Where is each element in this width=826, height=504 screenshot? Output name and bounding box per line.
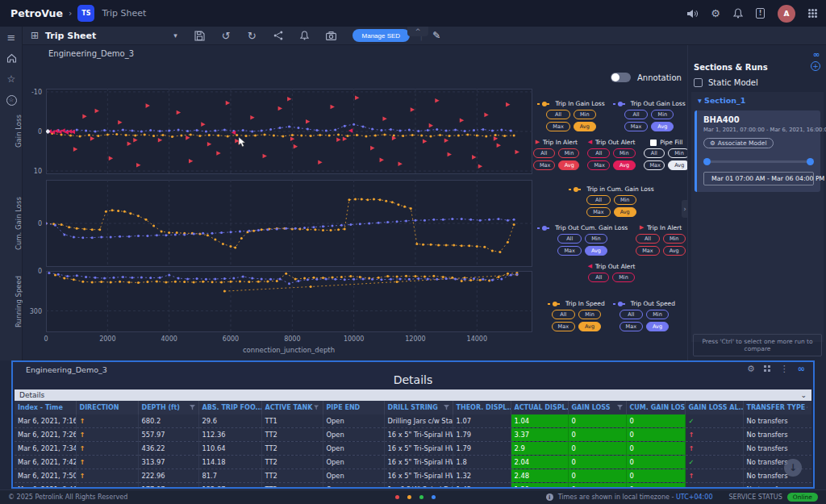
- column-header-active-tank[interactable]: ACTIVE TANK: [261, 401, 323, 414]
- subheader-collapse-icon[interactable]: ⌄: [800, 391, 807, 399]
- table-row[interactable]: Mar 6, 2021, 8:46:35 AM↑177.97132.87TT2O…: [15, 483, 811, 488]
- legend-pill-trip-in-gain-loss-all[interactable]: All: [546, 110, 569, 119]
- run-card[interactable]: BHA400 Mar 1, 2021, 07:00:00 - Mar 6, 20…: [695, 110, 820, 192]
- details-subheader[interactable]: Details ⌄: [15, 389, 811, 401]
- column-header-transfer-type[interactable]: TRANSFER TYPE: [743, 401, 811, 414]
- legend-pill-trip-out-alert-all[interactable]: All: [587, 148, 610, 158]
- legend-pill-trip-in-cum-gain-loss-all[interactable]: All: [586, 195, 610, 205]
- table-row[interactable]: Mar 6, 2021, 7:16:16 AM↑680.229.6TT1Open…: [15, 414, 811, 428]
- settings-gear-icon[interactable]: ⚙: [747, 364, 755, 373]
- column-header-pipe-end[interactable]: PIPE END: [323, 401, 384, 414]
- chevron-down-icon[interactable]: ▾: [173, 31, 177, 40]
- date-range-input[interactable]: Mar 01 07:00 AM - Mar 06 04:00 PM: [703, 172, 814, 185]
- release-notes-icon[interactable]: !: [756, 8, 765, 19]
- legend-pill-trip-in-alert-max[interactable]: Max: [636, 246, 659, 256]
- legend-pill-trip-in-alert-all[interactable]: All: [636, 234, 659, 244]
- table-row[interactable]: Mar 6, 2021, 7:50:44 AM↑222.9681.7TT2Ope…: [15, 469, 811, 483]
- legend-pill-trip-in-gain-loss-avg[interactable]: Avg: [574, 122, 596, 131]
- slider-knob-end[interactable]: [807, 158, 814, 165]
- section-header[interactable]: ▾ Section_1: [691, 92, 824, 109]
- legend-pill-trip-in-speed-all[interactable]: All: [552, 310, 575, 319]
- link-icon[interactable]: ∞: [798, 364, 805, 373]
- app-badge[interactable]: TS: [77, 5, 94, 22]
- column-header-abs-trip-foo[interactable]: ABS. TRIP FOO...: [198, 401, 261, 414]
- collapse-toolbar-button[interactable]: ^: [407, 27, 428, 36]
- legend-pill-trip-out-cum-gain-loss-avg[interactable]: Avg: [585, 246, 607, 256]
- column-header-actual-displ[interactable]: ACTUAL DISPL...: [511, 401, 568, 414]
- legend-pill-trip-out-cum-gain-loss-max[interactable]: Max: [557, 246, 581, 256]
- legend-pill-pipe-fill-max[interactable]: Max: [644, 160, 665, 170]
- legend-pill-trip-out-speed-min[interactable]: Min: [646, 310, 669, 319]
- column-header-depth-ft[interactable]: DEPTH (ft): [138, 401, 198, 414]
- column-header-gain-loss-al[interactable]: GAIN LOSS AL...: [685, 401, 743, 414]
- gear-icon[interactable]: ⚙: [711, 8, 720, 19]
- static-model-checkbox[interactable]: [694, 78, 703, 87]
- add-section-icon[interactable]: +: [811, 61, 820, 71]
- legend-pill-trip-out-gain-loss-max[interactable]: Max: [624, 122, 648, 131]
- legend-pill-trip-out-speed-max[interactable]: Max: [620, 322, 643, 331]
- time-range-slider[interactable]: [703, 158, 814, 165]
- legend-pill-trip-in-speed-max[interactable]: Max: [552, 322, 575, 331]
- legend-pill-pipe-fill-all[interactable]: All: [644, 148, 665, 158]
- hamburger-menu-icon[interactable]: ≡: [0, 29, 23, 45]
- associate-model-button[interactable]: ⚙ Associate Model: [703, 138, 774, 148]
- legend-pill-trip-in-cum-gain-loss-min[interactable]: Min: [614, 195, 636, 205]
- legend-pill-trip-in-alert-min[interactable]: Min: [558, 148, 580, 158]
- legend-pill-trip-in-alert-all[interactable]: All: [533, 148, 555, 158]
- legend-pill-trip-out-gain-loss-avg[interactable]: Avg: [651, 122, 674, 131]
- legend-pill-trip-in-gain-loss-min[interactable]: Min: [574, 110, 596, 119]
- save-icon[interactable]: [194, 31, 205, 41]
- column-header-drill-string[interactable]: DRILL STRING: [384, 401, 453, 414]
- legend-pill-trip-in-alert-avg[interactable]: Avg: [558, 160, 580, 170]
- legend-pill-trip-in-speed-avg[interactable]: Avg: [578, 322, 601, 331]
- legend-pill-trip-out-alert-all[interactable]: All: [588, 273, 609, 282]
- legend-pill-pipe-fill-min[interactable]: Min: [668, 148, 690, 158]
- column-header-theor-displ[interactable]: THEOR. DISPL...: [453, 401, 511, 414]
- column-header-index-time[interactable]: Index - Time: [15, 401, 76, 414]
- legend-pill-trip-in-alert-min[interactable]: Min: [663, 234, 686, 244]
- edit-pencil-icon[interactable]: ✎: [432, 30, 440, 41]
- legend-pill-trip-out-gain-loss-min[interactable]: Min: [651, 110, 674, 119]
- legend-pill-trip-out-speed-all[interactable]: All: [620, 310, 643, 319]
- table-row[interactable]: Mar 6, 2021, 7:42:55 AM↑313.97114.18TT2O…: [15, 456, 811, 469]
- link-icon[interactable]: ∞: [813, 50, 820, 59]
- slider-knob-start[interactable]: [703, 158, 711, 165]
- status-dot[interactable]: [432, 495, 436, 499]
- table-row[interactable]: Mar 6, 2021, 7:34:20 AM↑436.22110.64TT2O…: [15, 442, 811, 456]
- legend-pill-trip-in-speed-min[interactable]: Min: [578, 310, 601, 319]
- bell-icon[interactable]: [733, 8, 743, 19]
- legend-pill-trip-in-alert-avg[interactable]: Avg: [663, 246, 686, 256]
- status-dot[interactable]: [419, 495, 423, 499]
- legend-pill-trip-in-cum-gain-loss-avg[interactable]: Avg: [614, 207, 636, 217]
- legend-pill-trip-out-gain-loss-all[interactable]: All: [624, 110, 648, 119]
- legend-pill-trip-out-alert-min[interactable]: Min: [613, 148, 636, 158]
- expand-grid-icon[interactable]: [764, 365, 771, 373]
- speaker-icon[interactable]: [686, 9, 698, 19]
- status-dot[interactable]: [407, 495, 411, 499]
- legend-pill-trip-out-alert-min[interactable]: Min: [612, 273, 635, 282]
- column-header-direction[interactable]: DIRECTION: [76, 401, 138, 414]
- camera-icon[interactable]: [326, 31, 336, 40]
- table-row[interactable]: Mar 6, 2021, 7:26:26 AM↑557.97112.36TT2O…: [15, 428, 811, 442]
- legend-pill-trip-out-alert-avg[interactable]: Avg: [613, 160, 636, 170]
- legend-pill-trip-in-alert-max[interactable]: Max: [533, 160, 555, 170]
- apps-grid-icon[interactable]: [808, 9, 811, 11]
- legend-pill-trip-in-cum-gain-loss-max[interactable]: Max: [586, 207, 610, 217]
- column-header-cum-gain-loss[interactable]: CUM. GAIN LOSS: [626, 401, 685, 414]
- brand-logo[interactable]: PetroVue: [10, 7, 63, 19]
- avatar[interactable]: A: [778, 5, 795, 23]
- star-icon[interactable]: ☆: [0, 71, 23, 87]
- scroll-down-button[interactable]: ↓: [784, 459, 802, 477]
- column-header-gain-loss[interactable]: GAIN LOSS: [568, 401, 626, 414]
- redo-icon[interactable]: ↻: [248, 30, 257, 42]
- legend-pill-trip-out-speed-avg[interactable]: Avg: [646, 322, 669, 331]
- status-dot[interactable]: [395, 495, 399, 499]
- share-network-icon[interactable]: [273, 31, 283, 40]
- undo-icon[interactable]: ↺: [222, 30, 231, 42]
- manage-sed-button[interactable]: Manage SED: [353, 29, 411, 42]
- legend-pill-trip-out-alert-max[interactable]: Max: [587, 160, 610, 170]
- bell-icon[interactable]: [300, 31, 309, 40]
- legend-pill-trip-in-gain-loss-max[interactable]: Max: [546, 122, 569, 131]
- legend-pill-trip-out-cum-gain-loss-min[interactable]: Min: [585, 234, 607, 244]
- kebab-menu-icon[interactable]: ⋮: [780, 364, 789, 373]
